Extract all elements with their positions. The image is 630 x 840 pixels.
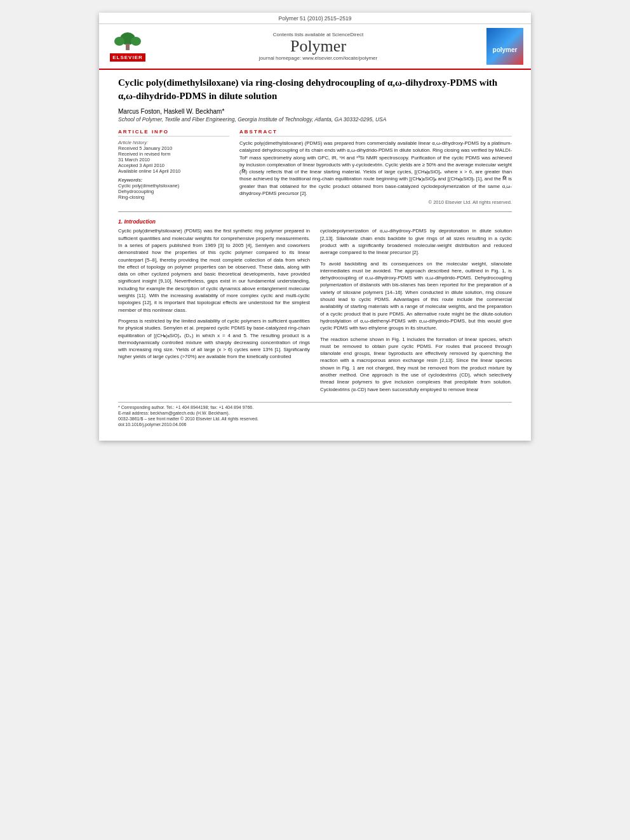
footnote-issn: 0032-3861/$ – see front matter © 2010 El… [118, 417, 512, 421]
footnote-email: E-mail address: beckham@gatech.edu (H.W.… [118, 411, 512, 415]
keywords-label: Keywords: [118, 177, 229, 183]
article-info-label: ARTICLE INFO [118, 129, 229, 137]
keyword-3: Ring-closing [118, 194, 229, 200]
abstract-text: Cyclic poly(dimethylsiloxane) (PDMS) was… [239, 140, 512, 197]
article-content: Cyclic poly(dimethylsiloxane) via ring-c… [99, 70, 531, 441]
svg-point-3 [114, 37, 124, 46]
journal-title: Polymer [156, 37, 480, 56]
elsevier-box: ELSEVIER [110, 53, 145, 62]
elsevier-logo: ELSEVIER [105, 31, 150, 62]
svg-rect-2 [126, 44, 130, 50]
history-label: Article history: [118, 140, 229, 145]
received-date: Received 5 January 2010 [118, 145, 229, 151]
revised-date: 31 March 2010 [118, 157, 229, 163]
section-divider [118, 211, 512, 212]
keyword-1: Cyclic poly(dimethylsiloxane) [118, 183, 229, 189]
polymer-logo-box: polymer [486, 28, 525, 65]
article-title: Cyclic poly(dimethylsiloxane) via ring-c… [118, 76, 512, 103]
intro-p3: cyclodepolymerization of α,ω-dihydroxy-P… [320, 227, 512, 256]
accepted-date: Accepted 3 April 2010 [118, 163, 229, 168]
affiliation: School of Polymer, Textile and Fiber Eng… [118, 116, 512, 123]
journal-center: Contents lists available at ScienceDirec… [156, 32, 480, 62]
elsevier-tree-icon [112, 31, 144, 53]
svg-text:polymer: polymer [493, 46, 518, 53]
intro-p4: To avoid backbiting and its consequences… [320, 260, 512, 332]
abstract-section: ABSTRACT Cyclic poly(dimethylsiloxane) (… [239, 129, 512, 205]
abstract-label: ABSTRACT [239, 129, 512, 137]
polymer-logo-image: polymer [486, 28, 523, 65]
footnote-section: * Corresponding author. Tel.: +1 404 894… [118, 402, 512, 427]
journal-header: ELSEVIER Contents lists available at Sci… [99, 24, 531, 70]
copyright-line: © 2010 Elsevier Ltd. All rights reserved… [239, 199, 512, 205]
citation-text: Polymer 51 (2010) 2515–2519 [279, 15, 352, 22]
intro-p1: Cyclic poly(dimethylsiloxane) (PDMS) was… [118, 227, 310, 314]
footnote-doi: doi:10.1016/j.polymer.2010.04.006 [118, 422, 512, 427]
keyword-2: Dehydrocoupling [118, 189, 229, 194]
footnote-corresponding: * Corresponding author. Tel.: +1 404 894… [118, 405, 512, 410]
history-group: Article history: Received 5 January 2010… [118, 140, 229, 174]
body-col-left: Cyclic poly(dimethylsiloxane) (PDMS) was… [118, 227, 310, 397]
citation-bar: Polymer 51 (2010) 2515–2519 [99, 13, 531, 24]
body-col-right: cyclodepolymerization of α,ω-dihydroxy-P… [320, 227, 512, 397]
intro-heading: 1. Introduction [118, 218, 512, 225]
svg-point-4 [131, 37, 141, 46]
elsevier-label: ELSEVIER [112, 55, 143, 60]
article-page: Polymer 51 (2010) 2515–2519 ELSEVIER [99, 13, 531, 441]
available-date: Available online 14 April 2010 [118, 168, 229, 174]
intro-p5: The reaction scheme shown in Fig. 1 incl… [320, 336, 512, 393]
revised-label: Received in revised form [118, 151, 229, 157]
keywords-group: Keywords: Cyclic poly(dimethylsiloxane) … [118, 177, 229, 200]
body-columns: Cyclic poly(dimethylsiloxane) (PDMS) was… [118, 227, 512, 397]
authors: Marcus Foston, Haskell W. Beckham* [118, 108, 512, 115]
article-info-section: ARTICLE INFO Article history: Received 5… [118, 129, 229, 205]
intro-p2: Progress is restricted by the limited av… [118, 317, 310, 361]
article-info-abstract: ARTICLE INFO Article history: Received 5… [118, 129, 512, 205]
journal-homepage: journal homepage: www.elsevier.com/locat… [156, 55, 480, 61]
